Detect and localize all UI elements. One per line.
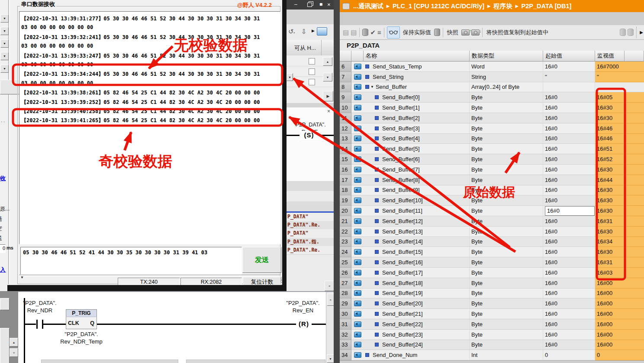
table-row[interactable]: 26Send_Buffer[17]Byte16#016#03	[340, 268, 644, 278]
q-pin[interactable]: Q	[90, 320, 94, 326]
row-number[interactable]: 18	[340, 185, 351, 196]
row-number[interactable]: 34	[340, 350, 351, 360]
monitor-value[interactable]: 0	[595, 350, 625, 360]
table-row[interactable]: 10Send_Buffer[1]Byte16#016#30	[340, 103, 644, 113]
variable-name[interactable]: Send_Buffer[22]	[364, 319, 470, 330]
row-number[interactable]: 29	[340, 298, 351, 309]
row-number[interactable]: 7	[340, 72, 351, 82]
start-value[interactable]: 16#0	[543, 227, 595, 237]
data-type[interactable]: String	[470, 72, 543, 82]
download-icon[interactable]: ⇩	[301, 28, 307, 36]
table-row[interactable]: 8▼Send_BufferArray[0..24] of Byte	[340, 82, 644, 93]
data-type[interactable]: Byte	[470, 113, 543, 123]
scroll-down-icon[interactable]: ▼	[323, 73, 332, 81]
header-extra[interactable]	[625, 51, 644, 62]
monitor-value[interactable]: 16#30	[595, 195, 625, 206]
variable-name[interactable]: Send_Buffer[19]	[364, 288, 470, 299]
monitor-value[interactable]: 16#44	[595, 175, 625, 185]
variable-name[interactable]: Send_Buffer[21]	[364, 309, 470, 319]
variable-name[interactable]: Send_Buffer[20]	[364, 298, 470, 309]
start-value[interactable]: 16#0	[543, 216, 595, 227]
list-icon[interactable]: ≡	[377, 29, 381, 36]
table-row[interactable]: 29Send_Buffer[20]Byte16#016#00	[340, 298, 644, 309]
data-type[interactable]: Byte	[470, 123, 543, 134]
variable-name[interactable]: Send_Buffer[9]	[364, 185, 470, 196]
row-number[interactable]: 15	[340, 154, 351, 165]
monitor-value[interactable]: 16#34	[595, 237, 625, 247]
hmi-checkbox[interactable]	[309, 79, 315, 85]
variable-name[interactable]: Send_Buffer[7]	[364, 165, 470, 175]
table-row[interactable]: 19Send_Buffer[10]Byte16#016#30	[340, 195, 644, 206]
variable-name[interactable]: Send_Status_Temp	[364, 62, 470, 72]
monitor-value[interactable]: 16#00	[595, 330, 625, 340]
variable-name[interactable]: Send_Buffer[3]	[364, 123, 470, 134]
block-parameter[interactable]: P_DATA"	[287, 213, 334, 221]
monitor-value[interactable]	[595, 82, 625, 93]
variable-name[interactable]: Send_Buffer[8]	[364, 175, 470, 185]
snapshot-take-icon[interactable]: ↑	[461, 29, 470, 36]
variable-name[interactable]: Send_Buffer[13]	[364, 227, 470, 237]
start-value[interactable]: 16#0	[543, 62, 595, 72]
breadcrumb-datablock[interactable]: P2P_DATA [DB1]	[522, 3, 572, 10]
contact-bar[interactable]	[36, 320, 38, 329]
table-row[interactable]: 30Send_Buffer[21]Byte16#016#00	[340, 309, 644, 319]
coil-tag[interactable]: "P2P_DATA".	[281, 300, 325, 306]
scroll-right-icon[interactable]: ▶	[323, 91, 333, 101]
row-number[interactable]: 27	[340, 278, 351, 288]
data-type[interactable]: Byte	[470, 237, 543, 247]
monitor-value[interactable]: 16#30	[595, 113, 625, 123]
contact-bar[interactable]	[42, 320, 43, 329]
scrollbar-handle[interactable]: ≡	[327, 294, 334, 306]
row-number[interactable]: 33	[340, 340, 351, 350]
row-number[interactable]: 13	[340, 134, 351, 144]
monitor-value[interactable]: ''	[595, 72, 625, 82]
data-type[interactable]: Byte	[470, 144, 543, 154]
clk-pin[interactable]: CLK	[68, 320, 79, 326]
expand-icon[interactable]: ▼	[370, 85, 374, 89]
load-actual-values-icon[interactable]	[628, 29, 634, 36]
send-input[interactable]: 05 30 30 46 46 51 52 41 44 30 30 35 30 3…	[20, 247, 242, 275]
data-type[interactable]: Byte	[470, 175, 543, 185]
monitor-value[interactable]: 16#30	[595, 103, 625, 113]
receive-link[interactable]: 收	[0, 175, 6, 182]
edit-check-icon[interactable]: ✔	[370, 29, 376, 36]
trig-operand-name[interactable]: Rev_NDR_Temp	[55, 338, 107, 345]
variable-name[interactable]: Send_Buffer[6]	[364, 154, 470, 165]
data-type[interactable]: Byte	[470, 185, 543, 196]
row-number[interactable]: 17	[340, 175, 351, 185]
variable-name[interactable]: Send_Buffer[16]	[364, 257, 470, 268]
row-number[interactable]: 16	[340, 165, 351, 175]
variable-name[interactable]: Send_String	[364, 72, 470, 82]
table-row[interactable]: 25Send_Buffer[16]Byte16#016#31	[340, 257, 644, 268]
table-row[interactable]: 20Send_Buffer[11]Byte16#016#30	[340, 206, 644, 216]
expand-arrow-icon[interactable]: ▶	[312, 29, 315, 33]
row-number[interactable]: 8	[340, 82, 351, 93]
snapshot-load-icon[interactable]: ↓	[471, 29, 480, 36]
start-value-edit-input[interactable]: 16#0	[545, 206, 595, 216]
table-row[interactable]: 24Send_Buffer[15]Byte16#016#30	[340, 247, 644, 257]
monitor-value[interactable]: 16#52	[595, 154, 625, 165]
minimize-icon[interactable]: –	[294, 1, 297, 7]
add-row-icon[interactable]: ▤	[351, 29, 357, 36]
start-value[interactable]: 16#0	[543, 113, 595, 123]
variable-name[interactable]: Send_Done_Num	[364, 350, 470, 360]
block-parameter[interactable]: P_DATA".Re.	[287, 221, 334, 229]
monitor-value[interactable]: 16#00	[595, 309, 625, 319]
monitor-all-icon[interactable]	[387, 26, 400, 39]
monitor-value[interactable]: 16#7000	[595, 62, 625, 72]
table-row[interactable]: 15Send_Buffer[6]Byte16#016#52	[340, 154, 644, 165]
monitor-value[interactable]: 16#30	[595, 247, 625, 257]
start-value[interactable]: 16#0	[543, 268, 595, 278]
data-type[interactable]: Byte	[470, 257, 543, 268]
copy-snapshot-label[interactable]: 将快照值复制到起始值中	[484, 29, 551, 36]
data-type[interactable]: Byte	[470, 216, 543, 227]
row-number[interactable]: 31	[340, 319, 351, 330]
variable-name[interactable]: Send_Buffer[15]	[364, 247, 470, 257]
variable-name[interactable]: Send_Buffer[0]	[364, 92, 470, 103]
monitor-value[interactable]: 16#30	[595, 165, 625, 175]
freeze-values-icon[interactable]	[434, 29, 440, 36]
data-type[interactable]: Byte	[470, 309, 543, 319]
data-type[interactable]: Byte	[470, 278, 543, 288]
row-number[interactable]: 24	[340, 247, 351, 257]
table-row[interactable]: 27Send_Buffer[18]Byte16#016#00	[340, 278, 644, 288]
